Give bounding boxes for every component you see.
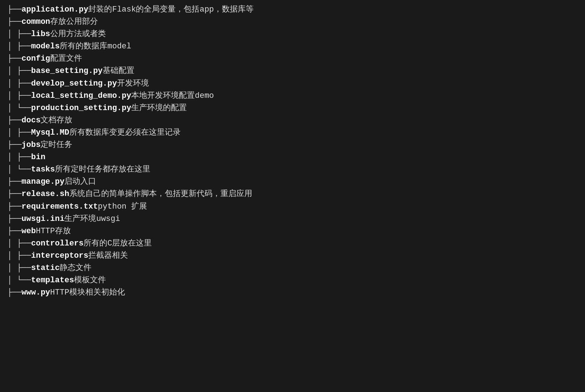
tree-comment: 所有的数据库model bbox=[60, 40, 131, 53]
tree-line: │ └── production_setting.py 生产环境的配置 bbox=[7, 102, 578, 114]
tree-prefix: ├── bbox=[7, 213, 22, 225]
tree-line: │ ├── develop_setting.py 开发环境 bbox=[7, 78, 578, 90]
tree-comment: 定时任务 bbox=[40, 139, 72, 151]
tree-comment: 所有的C层放在这里 bbox=[83, 238, 152, 250]
tree-filename: interceptors bbox=[31, 250, 88, 262]
tree-comment: 封装的Flask的全局变量，包括app，数据库等 bbox=[88, 4, 254, 16]
tree-comment: 静态文件 bbox=[60, 262, 91, 274]
tree-prefix: ├── bbox=[7, 4, 22, 16]
tree-filename: uwsgi.ini bbox=[22, 213, 65, 225]
tree-prefix: │ └── bbox=[7, 164, 31, 176]
tree-filename: develop_setting.py bbox=[31, 78, 117, 90]
tree-comment: HTTP存放 bbox=[36, 225, 71, 238]
tree-filename: application.py bbox=[22, 4, 89, 16]
tree-comment: 系统自己的简单操作脚本，包括更新代码，重启应用 bbox=[69, 188, 252, 200]
tree-prefix: ├── bbox=[7, 16, 22, 28]
tree-line: │ └── tasks 所有定时任务都存放在这里 bbox=[7, 164, 578, 176]
tree-comment: python 扩展 bbox=[98, 201, 147, 213]
tree-comment: 生产环境uwsgi bbox=[64, 213, 120, 225]
tree-line: │ ├── controllers 所有的C层放在这里 bbox=[7, 238, 578, 250]
tree-comment: 生产环境的配置 bbox=[131, 102, 187, 114]
tree-line: ├── manage.py 启动入口 bbox=[7, 176, 578, 188]
tree-prefix: ├── bbox=[7, 201, 22, 213]
tree-filename: jobs bbox=[22, 139, 41, 151]
tree-line: ├── release.sh 系统自己的简单操作脚本，包括更新代码，重启应用 bbox=[7, 188, 578, 200]
tree-prefix: │ ├── bbox=[7, 127, 31, 139]
tree-comment: 公用方法或者类 bbox=[50, 28, 106, 40]
tree-filename: manage.py bbox=[22, 176, 65, 188]
tree-line: ├── common 存放公用部分 bbox=[7, 16, 578, 28]
tree-line: ├── web HTTP存放 bbox=[7, 225, 578, 238]
tree-prefix: ├── bbox=[7, 287, 22, 299]
tree-prefix: ├── bbox=[7, 225, 22, 238]
tree-filename: libs bbox=[31, 28, 50, 40]
tree-prefix: │ ├── bbox=[7, 90, 31, 102]
tree-prefix: │ ├── bbox=[7, 28, 31, 40]
tree-filename: static bbox=[31, 262, 60, 274]
tree-comment: 文档存放 bbox=[40, 114, 72, 127]
tree-comment: 模板文件 bbox=[74, 274, 106, 287]
tree-line: ├── uwsgi.ini 生产环境uwsgi bbox=[7, 213, 578, 225]
tree-prefix: │ ├── bbox=[7, 65, 31, 77]
tree-filename: config bbox=[22, 53, 50, 65]
tree-filename: docs bbox=[22, 114, 41, 127]
tree-filename: www.py bbox=[22, 287, 50, 299]
tree-line: │ ├── interceptors 拦截器相关 bbox=[7, 250, 578, 262]
tree-comment: 配置文件 bbox=[50, 53, 82, 65]
tree-line: │ ├── base_setting.py 基础配置 bbox=[7, 65, 578, 77]
tree-filename: templates bbox=[31, 274, 74, 287]
tree-comment: 本地开发环境配置demo bbox=[131, 90, 214, 102]
tree-line: ├── config 配置文件 bbox=[7, 53, 578, 65]
tree-line: │ ├── local_setting_demo.py 本地开发环境配置demo bbox=[7, 90, 578, 102]
tree-prefix: ├── bbox=[7, 139, 22, 151]
tree-prefix: │ └── bbox=[7, 102, 31, 114]
tree-prefix: │ ├── bbox=[7, 78, 31, 90]
tree-line: │ ├── static 静态文件 bbox=[7, 262, 578, 274]
tree-filename: local_setting_demo.py bbox=[31, 90, 131, 102]
file-tree: ├── application.py 封装的Flask的全局变量，包括app，数… bbox=[7, 4, 578, 299]
tree-comment: 基础配置 bbox=[103, 65, 134, 77]
tree-prefix: ├── bbox=[7, 53, 22, 65]
tree-comment: 拦截器相关 bbox=[88, 250, 128, 262]
tree-line: ├── jobs 定时任务 bbox=[7, 139, 578, 151]
tree-line: │ ├── libs 公用方法或者类 bbox=[7, 28, 578, 40]
tree-prefix: ├── bbox=[7, 114, 22, 127]
tree-line: │ ├── models 所有的数据库model bbox=[7, 40, 578, 53]
tree-prefix: │ ├── bbox=[7, 151, 31, 164]
tree-prefix: │ ├── bbox=[7, 262, 31, 274]
tree-comment: 所有数据库变更必须在这里记录 bbox=[69, 127, 181, 139]
tree-comment: 开发环境 bbox=[117, 78, 149, 90]
tree-filename: requirements.txt bbox=[22, 201, 98, 213]
tree-filename: Mysql.MD bbox=[31, 127, 69, 139]
tree-line: ├── requirements.txt python 扩展 bbox=[7, 201, 578, 213]
tree-line: ├── docs 文档存放 bbox=[7, 114, 578, 127]
tree-filename: common bbox=[22, 16, 50, 28]
tree-comment: 所有定时任务都存放在这里 bbox=[55, 164, 150, 176]
tree-filename: release.sh bbox=[22, 188, 69, 200]
tree-filename: base_setting.py bbox=[31, 65, 103, 77]
tree-line: │ └── templates 模板文件 bbox=[7, 274, 578, 287]
tree-comment: 启动入口 bbox=[64, 176, 96, 188]
tree-prefix: │ ├── bbox=[7, 40, 31, 53]
tree-prefix: │ └── bbox=[7, 274, 31, 287]
tree-filename: production_setting.py bbox=[31, 102, 131, 114]
tree-line: │ ├── bin bbox=[7, 151, 578, 164]
tree-filename: web bbox=[22, 225, 36, 238]
tree-comment: 存放公用部分 bbox=[50, 16, 98, 28]
tree-prefix: ├── bbox=[7, 176, 22, 188]
tree-filename: controllers bbox=[31, 238, 83, 250]
tree-prefix: ├── bbox=[7, 188, 22, 200]
tree-line: ├── www.py HTTP模块相关初始化 bbox=[7, 287, 578, 299]
tree-prefix: │ ├── bbox=[7, 238, 31, 250]
tree-filename: bin bbox=[31, 151, 46, 164]
tree-line: ├── application.py 封装的Flask的全局变量，包括app，数… bbox=[7, 4, 578, 16]
tree-comment: HTTP模块相关初始化 bbox=[50, 287, 125, 299]
tree-filename: models bbox=[31, 40, 60, 53]
tree-prefix: │ ├── bbox=[7, 250, 31, 262]
tree-line: │ ├── Mysql.MD 所有数据库变更必须在这里记录 bbox=[7, 127, 578, 139]
tree-filename: tasks bbox=[31, 164, 55, 176]
